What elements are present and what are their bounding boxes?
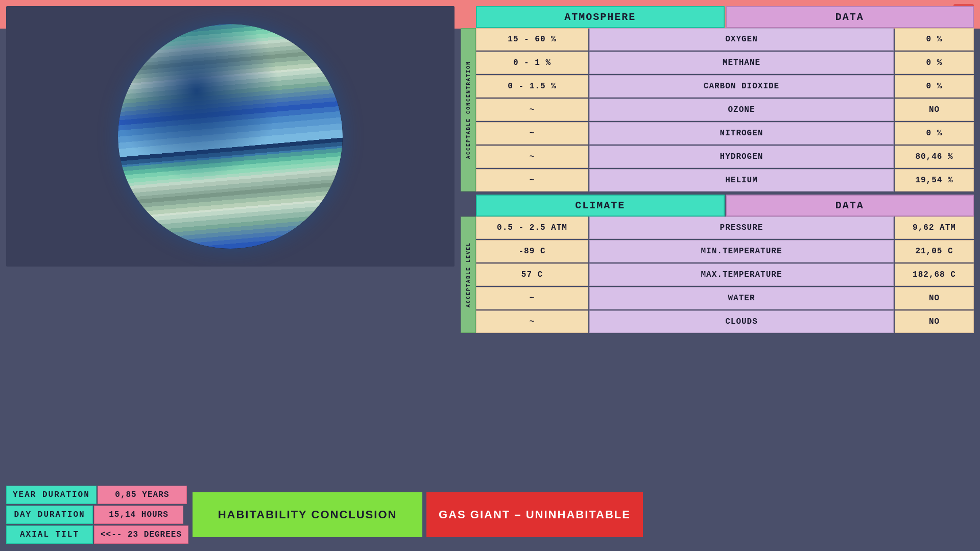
planet-viewport [6,6,455,267]
stats-grid: YEAR DURATION 0,85 YEARS DAY DURATION 15… [6,486,188,544]
planet-surface [118,24,343,249]
habitability-button[interactable]: HABITABILITY CONCLUSION [193,492,422,537]
atm-param-1: METHANE [589,52,894,74]
clim-acceptable-2: 57 C [476,263,588,286]
atm-acceptable-3: ~ [476,99,588,121]
conclusion-button[interactable]: GAS GIANT – UNINHABITABLE [426,492,643,537]
atm-param-4: NITROGEN [589,122,894,145]
climate-data-header: DATA [726,195,974,217]
climate-body: ACCEPTABLE LEVEL 0.5 - 2.5 ATM PRESSURE … [461,217,974,333]
climate-block: CLIMATE DATA ACCEPTABLE LEVEL 0.5 - 2.5 … [461,195,974,333]
atmosphere-row: 0 - 1.5 % CARBON DIOXIDE 0 % [476,75,974,98]
atm-value-4: 0 % [895,122,974,145]
clim-acceptable-1: -89 C [476,240,588,262]
atm-value-6: 19,54 % [895,169,974,191]
clim-value-2: 182,68 C [895,263,974,286]
atm-value-1: 0 % [895,52,974,74]
stat-label-1: DAY DURATION [6,506,93,524]
atm-param-3: OZONE [589,99,894,121]
atmosphere-row: ~ HYDROGEN 80,46 % [476,146,974,168]
climate-row: 0.5 - 2.5 ATM PRESSURE 9,62 ATM [476,217,974,239]
atmosphere-data-header: DATA [726,6,974,28]
atmosphere-header-row: ATMOSPHERE DATA [461,6,974,28]
clim-param-2: MAX.TEMPERATURE [589,263,894,286]
atm-value-5: 80,46 % [895,146,974,168]
climate-section-header: CLIMATE [476,195,725,217]
stat-row: DAY DURATION 15,14 HOURS [6,506,188,524]
clim-value-3: NO [895,287,974,309]
atmosphere-row: 0 - 1 % METHANE 0 % [476,52,974,74]
bottom-section: YEAR DURATION 0,85 YEARS DAY DURATION 15… [6,486,643,544]
atm-param-6: HELIUM [589,169,894,191]
clim-acceptable-0: 0.5 - 2.5 ATM [476,217,588,239]
app-window: TARGET PLANET VISUALIZATION X ATMOSPHERE… [0,0,980,551]
atmosphere-row: ~ HELIUM 19,54 % [476,169,974,191]
atmosphere-rows: 15 - 60 % OXYGEN 0 % 0 - 1 % METHANE 0 %… [476,28,974,191]
climate-row: ~ CLOUDS NO [476,310,974,333]
climate-header-row: CLIMATE DATA [461,195,974,217]
climate-row: ~ WATER NO [476,287,974,309]
clim-acceptable-3: ~ [476,287,588,309]
stat-value-2: <<-- 23 DEGREES [94,525,188,544]
atmosphere-block: ATMOSPHERE DATA ACCEPTABLE CONCENTRATION… [461,6,974,191]
atm-acceptable-2: 0 - 1.5 % [476,75,588,98]
atmosphere-row: 15 - 60 % OXYGEN 0 % [476,28,974,51]
clim-value-1: 21,05 C [895,240,974,262]
clim-value-4: NO [895,310,974,333]
atm-acceptable-5: ~ [476,146,588,168]
clim-acceptable-4: ~ [476,310,588,333]
clim-value-0: 9,62 ATM [895,217,974,239]
clim-param-1: MIN.TEMPERATURE [589,240,894,262]
climate-row: -89 C MIN.TEMPERATURE 21,05 C [476,240,974,262]
climate-rows: 0.5 - 2.5 ATM PRESSURE 9,62 ATM -89 C MI… [476,217,974,333]
atm-param-0: OXYGEN [589,28,894,51]
stat-label-2: AXIAL TILT [6,525,93,544]
stat-value-0: 0,85 YEARS [98,486,187,504]
atmosphere-row: ~ NITROGEN 0 % [476,122,974,145]
atm-value-0: 0 % [895,28,974,51]
stat-value-1: 15,14 HOURS [94,506,183,524]
clim-param-3: WATER [589,287,894,309]
stat-row: AXIAL TILT <<-- 23 DEGREES [6,525,188,544]
atmosphere-row: ~ OZONE NO [476,99,974,121]
atmosphere-section-header: ATMOSPHERE [476,6,725,28]
stat-row: YEAR DURATION 0,85 YEARS [6,486,188,504]
atm-value-3: NO [895,99,974,121]
clim-param-0: PRESSURE [589,217,894,239]
atmosphere-body: ACCEPTABLE CONCENTRATION 15 - 60 % OXYGE… [461,28,974,191]
data-panels: ATMOSPHERE DATA ACCEPTABLE CONCENTRATION… [461,6,974,336]
climate-side-label: ACCEPTABLE LEVEL [461,217,476,333]
stat-label-0: YEAR DURATION [6,486,97,504]
atm-acceptable-0: 15 - 60 % [476,28,588,51]
clim-param-4: CLOUDS [589,310,894,333]
atm-acceptable-6: ~ [476,169,588,191]
atmosphere-side-label: ACCEPTABLE CONCENTRATION [461,28,476,191]
atm-value-2: 0 % [895,75,974,98]
planet [118,24,343,249]
atm-acceptable-1: 0 - 1 % [476,52,588,74]
atm-param-5: HYDROGEN [589,146,894,168]
climate-row: 57 C MAX.TEMPERATURE 182,68 C [476,263,974,286]
atm-acceptable-4: ~ [476,122,588,145]
atm-param-2: CARBON DIOXIDE [589,75,894,98]
